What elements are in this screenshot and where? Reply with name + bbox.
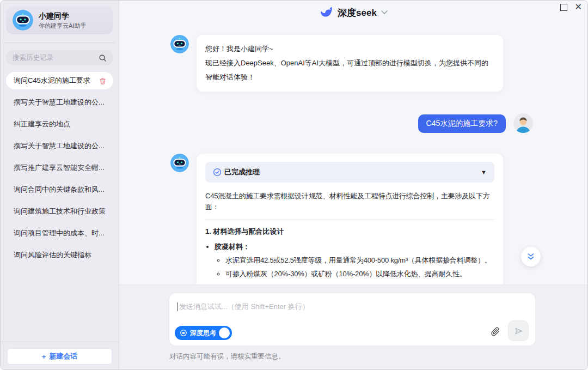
composer-panel: 发送消息试试...（使用 Shift+Enter 换行） 深度思考 (119, 284, 587, 369)
plus-icon: + (42, 353, 46, 361)
chat-area: 您好！我是小建同学~ 现已经接入DeepSeek、OpenAI等AI大模型，可通… (119, 25, 587, 284)
greeting-line: 现已经接入DeepSeek、OpenAI等AI大模型，可通过顶部的进行模型切换，… (205, 56, 494, 84)
history-item[interactable]: 询问建筑施工技术和行业政策 (1, 201, 119, 222)
bot-avatar-icon (170, 154, 189, 172)
new-chat-label: 新建会话 (49, 351, 77, 361)
window-controls: ✕ (560, 3, 582, 11)
bullet-title: 胶凝材料： (215, 242, 250, 251)
history-item[interactable]: 询问风险评估的关键指标 (1, 244, 119, 266)
sidebar-divider (4, 43, 115, 43)
main-header: 深度seek ✕ (119, 1, 587, 25)
search-icon (99, 54, 107, 62)
toggle-knob (219, 327, 230, 338)
bot-answer-card: 已完成推理 ▼ C45混凝土的施工要求需根据设计规范、材料性能及工程特点进行综合… (197, 154, 503, 284)
scroll-to-bottom-button[interactable] (521, 247, 541, 266)
reasoning-collapse-bar[interactable]: 已完成推理 ▼ (205, 162, 494, 183)
message-input[interactable]: 发送消息试试...（使用 Shift+Enter 换行） 深度思考 (169, 293, 535, 345)
app-profile-text: 小建同学 你的建享云AI助手 (39, 10, 86, 30)
history-search-input[interactable]: 搜索历史记录 (6, 50, 113, 65)
text-cursor (177, 302, 178, 311)
app-title: 小建同学 (39, 10, 86, 22)
history-list: 询问C45水泥的施工要求 撰写关于智慧工地建设的公... 纠正建享云的地点 撰写… (1, 72, 119, 342)
main-area: 深度seek ✕ (119, 1, 587, 369)
new-chat-button[interactable]: + 新建会话 (7, 348, 112, 365)
user-message-row: C45水泥的施工要求? (119, 113, 587, 133)
answer-bullet-list: 胶凝材料： 水泥宜选用42.5或52.5强度等级，用量通常为400-500 kg… (205, 242, 494, 284)
input-placeholder-row: 发送消息试试...（使用 Shift+Enter 换行） (177, 302, 309, 312)
bot-greeting-card: 您好！我是小建同学~ 现已经接入DeepSeek、OpenAI等AI大模型，可通… (197, 35, 503, 92)
deepseek-whale-icon (319, 5, 333, 20)
history-item[interactable]: 撰写推广建享云智能安全帽... (1, 157, 119, 179)
caret-down-icon[interactable]: ▼ (481, 169, 487, 175)
answer-section-title: 1. 材料选择与配合比设计 (205, 227, 494, 236)
input-placeholder: 发送消息试试...（使用 Shift+Enter 换行） (179, 302, 309, 312)
check-circle-icon (213, 168, 222, 177)
app-profile-card: 小建同学 你的建享云AI助手 (6, 6, 113, 34)
user-message-bubble: C45水泥的施工要求? (418, 114, 506, 133)
bot-answer-row: 已完成推理 ▼ C45混凝土的施工要求需根据设计规范、材料性能及工程特点进行综合… (119, 154, 587, 284)
send-plane-icon (513, 326, 524, 336)
bot-avatar-icon (170, 35, 189, 53)
paperclip-icon[interactable] (490, 326, 500, 337)
chevron-down-icon (381, 10, 388, 15)
deep-think-label: 深度思考 (190, 329, 216, 338)
sidebar-footer: + 新建会话 (1, 342, 119, 365)
search-placeholder: 搜索历史记录 (13, 53, 99, 63)
send-button[interactable] (508, 320, 529, 341)
sidebar: 小建同学 你的建享云AI助手 搜索历史记录 询问C45水泥的施工要求 撰写关于智… (1, 1, 119, 369)
bot-message-row: 您好！我是小建同学~ 现已经接入DeepSeek、OpenAI等AI大模型，可通… (119, 35, 587, 92)
close-button[interactable]: ✕ (575, 3, 582, 11)
app-window: 小建同学 你的建享云AI助手 搜索历史记录 询问C45水泥的施工要求 撰写关于智… (0, 0, 588, 370)
answer-intro: C45混凝土的施工要求需根据设计规范、材料性能及工程特点进行综合控制，主要涉及以… (205, 191, 494, 213)
model-selector[interactable]: 深度seek (319, 5, 388, 20)
disclaimer-text: 对话内容可能有误，请核实重要信息。 (169, 352, 587, 361)
deep-think-toggle[interactable]: 深度思考 (175, 326, 232, 340)
double-chevron-down-icon (526, 252, 536, 262)
maximize-button[interactable] (560, 4, 567, 11)
deep-think-icon (180, 329, 187, 337)
history-item[interactable]: 询问合同中的关键条款和风... (1, 179, 119, 201)
history-item[interactable]: 纠正建享云的地点 (1, 113, 119, 135)
history-item[interactable]: 撰写关于智慧工地建设的公... (1, 92, 119, 113)
answer-divider (205, 220, 494, 220)
history-item[interactable]: 询问项目管理中的成本、时... (1, 222, 119, 244)
greeting-line: 您好！我是小建同学~ (205, 42, 494, 56)
history-item-label: 询问C45水泥的施工要求 (14, 76, 90, 86)
history-item-active[interactable]: 询问C45水泥的施工要求 (6, 72, 113, 89)
reasoning-status-label: 已完成推理 (224, 167, 481, 177)
history-item[interactable]: 撰写关于智慧工地建设的公... (1, 135, 119, 157)
app-subtitle: 你的建享云AI助手 (39, 22, 86, 30)
bullet-item: 胶凝材料： 水泥宜选用42.5或52.5强度等级，用量通常为400-500 kg… (215, 242, 494, 280)
bullet-sub-item: 水泥宜选用42.5或52.5强度等级，用量通常为400-500 kg/m³（具体… (225, 255, 494, 266)
user-avatar (513, 113, 533, 133)
bullet-sub-item: 可掺入粉煤灰（20%-30%）或矿粉（10%-20%）以降低水化热、提高耐久性。 (225, 269, 494, 280)
model-name: 深度seek (338, 7, 377, 19)
app-logo-robot-icon (13, 10, 33, 31)
delete-icon[interactable] (99, 77, 107, 85)
